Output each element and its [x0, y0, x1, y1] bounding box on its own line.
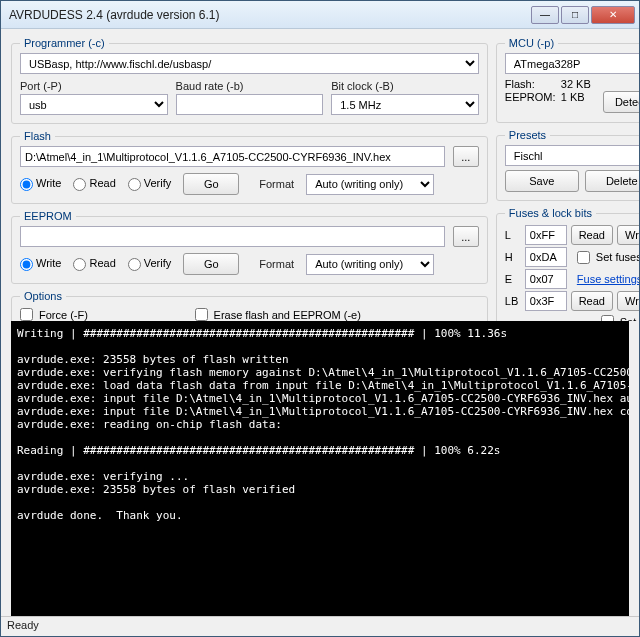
fuse-settings-link[interactable]: Fuse settings	[577, 273, 639, 285]
bitclock-select[interactable]: 1.5 MHz	[331, 94, 479, 115]
flash-legend: Flash	[20, 130, 55, 142]
preset-save-button[interactable]: Save	[505, 170, 579, 192]
fuse-lb-label: LB	[505, 295, 521, 307]
fuse-l-read-button[interactable]: Read	[571, 225, 613, 245]
set-fuses-checkbox[interactable]: Set fuses	[577, 251, 639, 264]
flash-go-button[interactable]: Go	[183, 173, 239, 195]
console-output: Writing | ##############################…	[11, 321, 629, 617]
fuse-h-input[interactable]	[525, 247, 567, 267]
programmer-legend: Programmer (-c)	[20, 37, 109, 49]
eeprom-verify-radio[interactable]: Verify	[128, 257, 172, 271]
baud-label: Baud rate (-b)	[176, 80, 324, 92]
mcu-select[interactable]: ATmega328P	[505, 53, 639, 74]
eeprom-legend: EEPROM	[20, 210, 76, 222]
port-label: Port (-P)	[20, 80, 168, 92]
mcu-eeprom-label: EEPROM:	[505, 91, 561, 113]
options-legend: Options	[20, 290, 66, 302]
options-group: Options Force (-F) Disable verify (-V) D…	[11, 290, 488, 321]
presets-legend: Presets	[505, 129, 550, 141]
eeprom-group: EEPROM ... Write Read Verify Go Format A…	[11, 210, 488, 284]
mcu-eeprom-value: 1 KB	[561, 91, 603, 113]
eeprom-path-input[interactable]	[20, 226, 445, 247]
mcu-flash-value: 32 KB	[561, 78, 591, 90]
port-select[interactable]: usb	[20, 94, 168, 115]
close-button[interactable]: ✕	[591, 6, 635, 24]
mcu-flash-label: Flash:	[505, 78, 561, 90]
fuses-legend: Fuses & lock bits	[505, 207, 596, 219]
presets-select[interactable]: Fischl	[505, 145, 639, 166]
eeprom-format-select[interactable]: Auto (writing only)	[306, 254, 434, 275]
detect-button[interactable]: Detect	[603, 91, 639, 113]
fuse-lb-write-button[interactable]: Write	[617, 291, 639, 311]
erase-all-checkbox[interactable]: Erase flash and EEPROM (-e)	[195, 308, 361, 321]
eeprom-read-radio[interactable]: Read	[73, 257, 115, 271]
app-window: AVRDUDESS 2.4 (avrdude version 6.1) — □ …	[0, 0, 640, 637]
presets-group: Presets Fischl Save Delete	[496, 129, 639, 201]
fuse-l-input[interactable]	[525, 225, 567, 245]
flash-read-radio[interactable]: Read	[73, 177, 115, 191]
flash-format-select[interactable]: Auto (writing only)	[306, 174, 434, 195]
fuse-lb-read-button[interactable]: Read	[571, 291, 613, 311]
mcu-group: MCU (-p) ATmega328P Flash:32 KB EEPROM:1…	[496, 37, 639, 123]
force-checkbox[interactable]: Force (-F)	[20, 308, 155, 321]
mcu-legend: MCU (-p)	[505, 37, 558, 49]
fuse-l-write-button[interactable]: Write	[617, 225, 639, 245]
eeprom-write-radio[interactable]: Write	[20, 257, 61, 271]
fuse-e-label: E	[505, 273, 521, 285]
fuse-h-label: H	[505, 251, 521, 263]
eeprom-format-label: Format	[259, 258, 294, 270]
status-bar: Ready	[1, 616, 639, 636]
flash-format-label: Format	[259, 178, 294, 190]
flash-group: Flash ... Write Read Verify Go Format Au…	[11, 130, 488, 204]
bitclock-label: Bit clock (-B)	[331, 80, 479, 92]
fuse-lb-input[interactable]	[525, 291, 567, 311]
programmer-group: Programmer (-c) USBasp, http://www.fisch…	[11, 37, 488, 124]
eeprom-browse-button[interactable]: ...	[453, 226, 479, 247]
minimize-button[interactable]: —	[531, 6, 559, 24]
flash-verify-radio[interactable]: Verify	[128, 177, 172, 191]
baud-input[interactable]	[176, 94, 324, 115]
flash-write-radio[interactable]: Write	[20, 177, 61, 191]
status-text: Ready	[7, 619, 39, 631]
maximize-button[interactable]: □	[561, 6, 589, 24]
fuses-group: Fuses & lock bits L Read Write H Set fus…	[496, 207, 639, 321]
flash-path-input[interactable]	[20, 146, 445, 167]
fuse-e-input[interactable]	[525, 269, 567, 289]
titlebar: AVRDUDESS 2.4 (avrdude version 6.1) — □ …	[1, 1, 639, 29]
window-title: AVRDUDESS 2.4 (avrdude version 6.1)	[9, 8, 529, 22]
eeprom-go-button[interactable]: Go	[183, 253, 239, 275]
flash-browse-button[interactable]: ...	[453, 146, 479, 167]
programmer-select[interactable]: USBasp, http://www.fischl.de/usbasp/	[20, 53, 479, 74]
fuse-l-label: L	[505, 229, 521, 241]
preset-delete-button[interactable]: Delete	[585, 170, 639, 192]
